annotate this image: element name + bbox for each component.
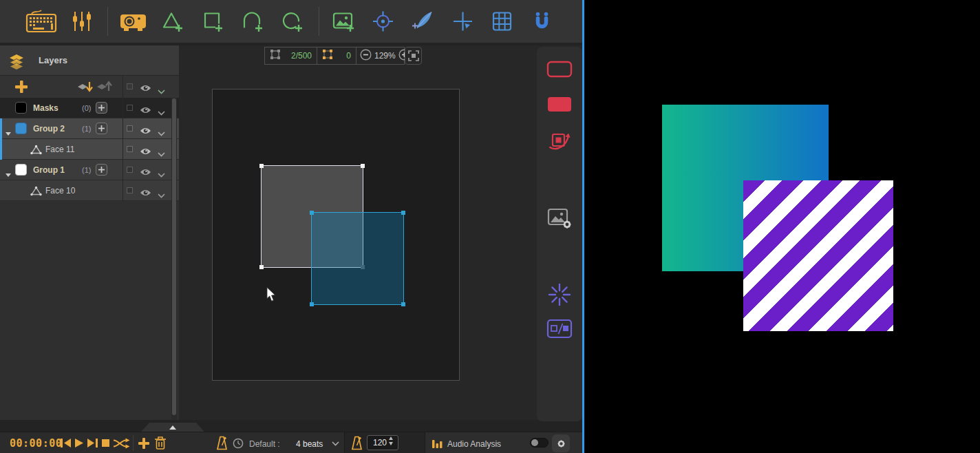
top-toolbar (0, 0, 582, 43)
add-layer-button[interactable] (15, 81, 28, 96)
select-all-checkbox[interactable] (127, 83, 133, 89)
layer-row-masks[interactable]: Masks (0) (0, 98, 179, 118)
appearance-toolbar (537, 47, 582, 421)
audio-settings-button[interactable] (552, 434, 570, 452)
paint-feather-icon[interactable] (411, 10, 434, 33)
media-settings-button[interactable] (547, 207, 572, 230)
layer-row-face10[interactable]: Face 10 (0, 180, 179, 201)
shuffle-button[interactable] (113, 438, 130, 449)
clock-icon (233, 438, 244, 449)
test-pattern-crosshair-icon[interactable] (372, 10, 394, 33)
corner-handle[interactable] (310, 211, 314, 215)
add-image-icon[interactable] (332, 10, 355, 33)
eye-icon[interactable] (140, 167, 151, 179)
move-layer-down-button[interactable] (77, 81, 93, 96)
mask-color-swatch[interactable] (15, 102, 27, 114)
layers-panel-title: Layers (39, 55, 67, 65)
stop-button[interactable] (102, 439, 109, 447)
zoom-out-button[interactable] (360, 49, 372, 63)
face-triangle-icon (30, 186, 42, 199)
corner-handle[interactable] (361, 164, 365, 168)
outline-style-button[interactable] (546, 61, 573, 78)
play-button[interactable] (75, 439, 83, 447)
eye-icon[interactable] (140, 125, 151, 138)
layer-row-group2[interactable]: Group 2 (1) (0, 118, 179, 139)
timecode-display: 00:00:00 (10, 437, 62, 450)
layer-checkbox[interactable] (127, 125, 133, 131)
layer-name: Group 2 (33, 124, 65, 134)
projector-icon[interactable] (120, 10, 147, 32)
collapse-caret-icon[interactable] (5, 168, 12, 180)
delete-scene-button[interactable] (155, 436, 166, 450)
chevron-down-icon[interactable] (158, 147, 165, 160)
collapse-caret-icon[interactable] (5, 127, 12, 139)
stepper-down-icon[interactable] (389, 442, 393, 445)
layer-checkbox[interactable] (127, 146, 133, 152)
shape-animation-button[interactable] (546, 128, 573, 154)
eye-icon[interactable] (140, 187, 151, 200)
skip-to-start-button[interactable] (61, 439, 71, 447)
projection-output (584, 0, 980, 453)
canvas-status-bar: 2/500 0 129% (264, 47, 405, 65)
eye-icon[interactable] (140, 105, 151, 117)
add-mask-button[interactable] (96, 102, 107, 114)
chevron-down-icon[interactable] (158, 168, 165, 180)
effects-burst-button[interactable] (548, 283, 571, 306)
transitions-button[interactable] (546, 318, 573, 339)
magnet-logo-icon[interactable] (531, 10, 553, 33)
beats-select[interactable]: 4 beats (296, 439, 323, 449)
keyboard-shortcuts-icon[interactable] (25, 8, 58, 35)
layers-scrollbar[interactable] (171, 98, 177, 420)
canvas-face-11-quad[interactable] (311, 212, 404, 305)
layer-row-group1[interactable]: Group 1 (1) (0, 160, 179, 180)
chevron-down-icon[interactable] (158, 106, 165, 118)
chevron-down-icon[interactable] (158, 127, 165, 139)
layer-checkbox[interactable] (127, 187, 133, 193)
layers-toolbar (0, 76, 179, 98)
move-layer-up-button[interactable] (96, 81, 112, 96)
layer-count: (1) (82, 166, 91, 174)
visibility-all-eye-icon[interactable] (140, 83, 151, 95)
skip-to-end-button[interactable] (87, 439, 98, 447)
controls-sliders-icon[interactable] (72, 10, 92, 32)
timeline-collapse-tab[interactable] (141, 423, 204, 432)
corner-handle[interactable] (259, 265, 264, 269)
add-circle-icon[interactable] (281, 10, 303, 33)
group-color-swatch[interactable] (15, 164, 27, 176)
add-square-icon[interactable] (201, 10, 224, 33)
tempo-default-label: Default : (249, 439, 280, 449)
layer-checkbox[interactable] (127, 167, 133, 173)
add-face-button[interactable] (96, 123, 107, 134)
add-triangle-icon[interactable] (161, 10, 184, 33)
layer-checkbox[interactable] (127, 105, 133, 111)
add-face-button[interactable] (96, 164, 107, 176)
corner-handle[interactable] (259, 164, 264, 168)
layer-row-face11[interactable]: Face 11 (0, 139, 179, 160)
corner-handle[interactable] (310, 302, 314, 306)
mapping-viewport[interactable]: 2/500 0 129% (179, 45, 582, 420)
audio-analysis-toggle[interactable] (530, 438, 548, 447)
scrollbar-thumb[interactable] (172, 98, 176, 415)
bpm-stepper[interactable] (389, 436, 393, 445)
bpm-input[interactable] (367, 435, 398, 450)
fit-to-screen-button[interactable] (405, 47, 422, 65)
group-color-swatch[interactable] (15, 123, 27, 134)
eye-icon[interactable] (140, 146, 151, 158)
fill-style-button[interactable] (546, 96, 573, 113)
add-point-icon[interactable] (451, 10, 474, 33)
chevron-down-icon[interactable] (158, 189, 165, 201)
metronome-icon (352, 436, 362, 450)
column-separator (122, 76, 123, 201)
corner-handle[interactable] (401, 211, 405, 215)
stepper-up-icon[interactable] (389, 436, 393, 440)
corner-handle[interactable] (401, 302, 405, 306)
add-arch-icon[interactable] (241, 10, 264, 33)
application-window: Layers Masks (0) (0, 0, 980, 453)
add-scene-button[interactable] (138, 438, 149, 449)
layer-name: Group 1 (33, 165, 65, 175)
grid-icon[interactable] (491, 10, 513, 33)
layer-count: (0) (82, 104, 91, 112)
beats-chevron-icon[interactable] (332, 441, 339, 446)
expand-all-chevron-icon[interactable] (158, 85, 165, 97)
mapping-canvas[interactable] (212, 89, 460, 381)
